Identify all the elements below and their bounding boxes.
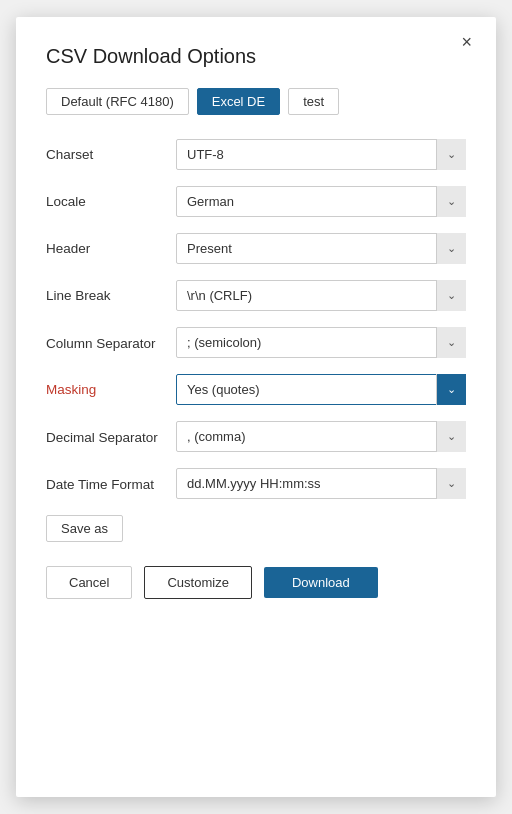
line-break-select-wrapper: \r\n (CRLF) ⌄ [176, 280, 466, 311]
decimal-separator-row: Decimal Separator , (comma) ⌄ [46, 421, 466, 452]
locale-select-wrapper: German ⌄ [176, 186, 466, 217]
column-separator-row: Column Separator ; (semicolon) ⌄ [46, 327, 466, 358]
save-as-button[interactable]: Save as [46, 515, 123, 542]
charset-label: Charset [46, 146, 176, 164]
preset-tab-default[interactable]: Default (RFC 4180) [46, 88, 189, 115]
locale-label: Locale [46, 193, 176, 211]
date-time-format-select-wrapper: dd.MM.yyyy HH:mm:ss ⌄ [176, 468, 466, 499]
masking-label: Masking [46, 381, 176, 399]
line-break-row: Line Break \r\n (CRLF) ⌄ [46, 280, 466, 311]
locale-row: Locale German ⌄ [46, 186, 466, 217]
masking-select-wrapper: Yes (quotes) ⌄ [176, 374, 466, 405]
dialog-footer: Cancel Customize Download [46, 566, 466, 599]
header-row: Header Present ⌄ [46, 233, 466, 264]
charset-select-wrapper: UTF-8 ⌄ [176, 139, 466, 170]
preset-tabs: Default (RFC 4180) Excel DE test [46, 88, 466, 115]
column-separator-select-wrapper: ; (semicolon) ⌄ [176, 327, 466, 358]
decimal-separator-select[interactable]: , (comma) [176, 421, 466, 452]
charset-row: Charset UTF-8 ⌄ [46, 139, 466, 170]
save-as-section: Save as [46, 515, 466, 542]
line-break-select[interactable]: \r\n (CRLF) [176, 280, 466, 311]
date-time-format-label: Date Time Format [46, 468, 176, 494]
header-select[interactable]: Present [176, 233, 466, 264]
preset-tab-excel-de[interactable]: Excel DE [197, 88, 280, 115]
masking-select[interactable]: Yes (quotes) [176, 374, 466, 405]
locale-select[interactable]: German [176, 186, 466, 217]
header-select-wrapper: Present ⌄ [176, 233, 466, 264]
date-time-format-row: Date Time Format dd.MM.yyyy HH:mm:ss ⌄ [46, 468, 466, 499]
column-separator-select[interactable]: ; (semicolon) [176, 327, 466, 358]
cancel-button[interactable]: Cancel [46, 566, 132, 599]
close-button[interactable]: × [455, 31, 478, 53]
charset-select[interactable]: UTF-8 [176, 139, 466, 170]
date-time-format-select[interactable]: dd.MM.yyyy HH:mm:ss [176, 468, 466, 499]
column-separator-label: Column Separator [46, 327, 176, 353]
csv-download-dialog: × CSV Download Options Default (RFC 4180… [16, 17, 496, 797]
customize-button[interactable]: Customize [144, 566, 251, 599]
download-button[interactable]: Download [264, 567, 378, 598]
preset-tab-test[interactable]: test [288, 88, 339, 115]
line-break-label: Line Break [46, 287, 176, 305]
decimal-separator-select-wrapper: , (comma) ⌄ [176, 421, 466, 452]
decimal-separator-label: Decimal Separator [46, 421, 176, 447]
masking-row: Masking Yes (quotes) ⌄ [46, 374, 466, 405]
dialog-title: CSV Download Options [46, 45, 466, 68]
header-label: Header [46, 240, 176, 258]
